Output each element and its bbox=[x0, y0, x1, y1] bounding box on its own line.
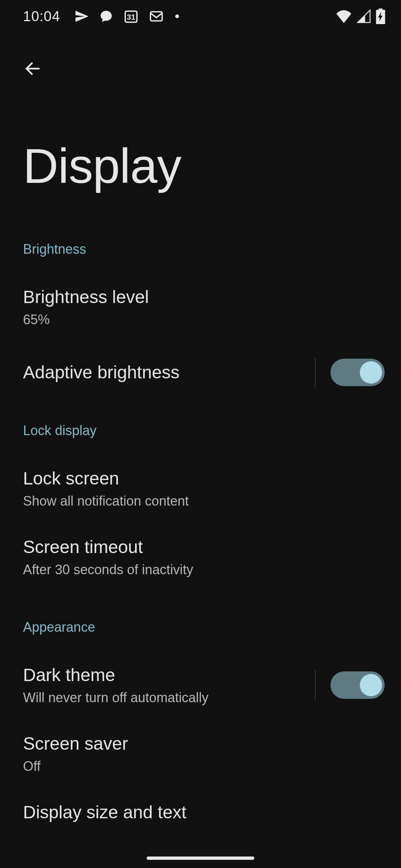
display-size-title: Display size and text bbox=[23, 801, 385, 823]
status-left: 10:04 31 bbox=[23, 9, 179, 24]
page-title: Display bbox=[0, 82, 401, 194]
status-bar: 10:04 31 bbox=[0, 0, 401, 33]
screen-saver-title: Screen saver bbox=[23, 733, 385, 755]
brightness-level-item[interactable]: Brightness level 65% bbox=[0, 273, 401, 341]
adaptive-brightness-item[interactable]: Adaptive brightness bbox=[0, 341, 401, 404]
screen-timeout-title: Screen timeout bbox=[23, 536, 385, 558]
display-size-text: Display size and text bbox=[23, 801, 385, 823]
screen-timeout-item[interactable]: Screen timeout After 30 seconds of inact… bbox=[0, 523, 401, 591]
back-button[interactable] bbox=[19, 56, 46, 82]
section-header-brightness: Brightness bbox=[0, 234, 401, 273]
section-header-appearance: Appearance bbox=[0, 612, 401, 651]
dark-theme-switch-zone bbox=[307, 667, 385, 703]
svg-rect-1 bbox=[150, 12, 162, 21]
adaptive-brightness-switch[interactable] bbox=[330, 359, 385, 386]
status-right bbox=[336, 9, 385, 24]
adaptive-brightness-switch-zone bbox=[307, 355, 385, 390]
brightness-level-text: Brightness level 65% bbox=[23, 286, 385, 328]
dark-theme-title: Dark theme bbox=[23, 664, 307, 686]
app-bar bbox=[0, 33, 401, 82]
chat-bubble-icon bbox=[99, 9, 114, 24]
brightness-level-value: 65% bbox=[23, 311, 385, 328]
status-clock: 10:04 bbox=[23, 9, 60, 24]
brightness-level-title: Brightness level bbox=[23, 286, 385, 308]
screen-timeout-text: Screen timeout After 30 seconds of inact… bbox=[23, 536, 385, 578]
switch-divider bbox=[315, 358, 316, 387]
cell-signal-icon bbox=[356, 9, 371, 24]
screen-saver-value: Off bbox=[23, 758, 385, 775]
switch-thumb bbox=[360, 361, 382, 384]
display-size-and-text-item[interactable]: Display size and text bbox=[0, 788, 401, 837]
lock-screen-title: Lock screen bbox=[23, 467, 385, 490]
battery-charging-icon bbox=[376, 9, 385, 24]
screen-saver-item[interactable]: Screen saver Off bbox=[0, 719, 401, 788]
dark-theme-value: Will never turn off automatically bbox=[23, 689, 307, 706]
calendar-icon: 31 bbox=[123, 9, 139, 24]
switch-thumb bbox=[360, 674, 382, 696]
lock-screen-item[interactable]: Lock screen Show all notification conten… bbox=[0, 454, 401, 523]
adaptive-brightness-text: Adaptive brightness bbox=[23, 361, 307, 384]
more-notifications-dot-icon bbox=[175, 14, 179, 18]
lock-screen-text: Lock screen Show all notification conten… bbox=[23, 467, 385, 509]
calendar-day-label: 31 bbox=[123, 13, 139, 22]
dark-theme-item[interactable]: Dark theme Will never turn off automatic… bbox=[0, 651, 401, 719]
dark-theme-switch[interactable] bbox=[330, 671, 385, 699]
gesture-nav-bar[interactable] bbox=[147, 857, 254, 860]
settings-list: Brightness Brightness level 65% Adaptive… bbox=[0, 194, 401, 837]
adaptive-brightness-title: Adaptive brightness bbox=[23, 361, 307, 384]
arrow-back-icon bbox=[23, 59, 42, 79]
screen-timeout-value: After 30 seconds of inactivity bbox=[23, 561, 385, 578]
lock-screen-value: Show all notification content bbox=[23, 493, 385, 509]
gmail-icon bbox=[149, 9, 164, 24]
wifi-icon bbox=[336, 9, 352, 24]
telegram-icon bbox=[74, 9, 89, 24]
screen-saver-text: Screen saver Off bbox=[23, 733, 385, 775]
dark-theme-text: Dark theme Will never turn off automatic… bbox=[23, 664, 307, 706]
switch-divider bbox=[315, 670, 316, 700]
section-header-lock-display: Lock display bbox=[0, 415, 401, 454]
